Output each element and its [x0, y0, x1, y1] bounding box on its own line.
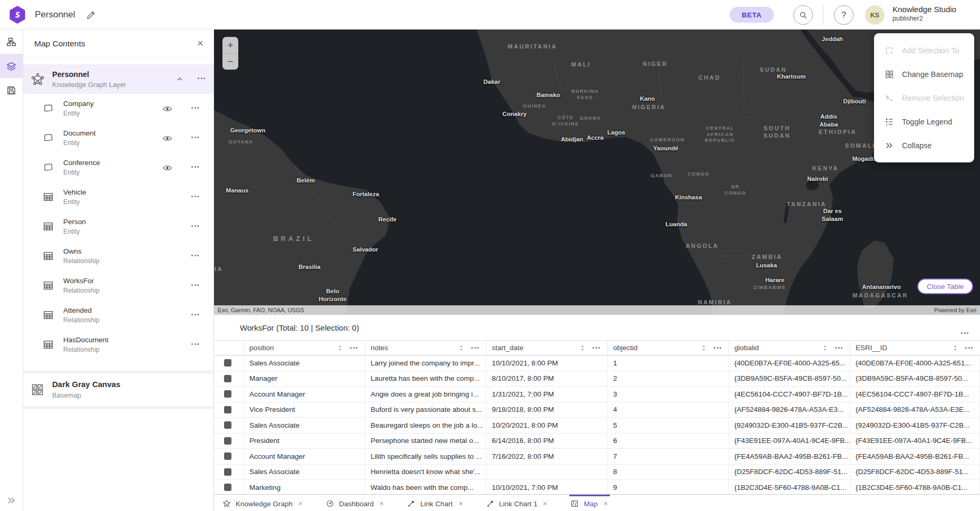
sort-icon[interactable] — [337, 344, 343, 352]
table-options[interactable] — [961, 332, 968, 334]
zoom-out-button[interactable]: − — [222, 53, 238, 70]
user-avatar[interactable]: KS — [865, 5, 885, 25]
column-menu[interactable] — [471, 347, 479, 349]
layer-item-conference[interactable]: ConferenceEntity — [23, 153, 214, 182]
close-tab-icon[interactable] — [542, 500, 548, 507]
tab-knowledge-graph[interactable]: Knowledge Graph — [221, 495, 305, 511]
rail-item-save[interactable] — [0, 78, 23, 102]
cell-position: Account Manager — [244, 387, 365, 402]
layer-options[interactable] — [191, 166, 199, 168]
layer-item-person[interactable]: PersonEntity — [23, 212, 214, 242]
help-button[interactable]: ? — [834, 5, 853, 25]
rail-item-layers[interactable] — [0, 54, 23, 78]
row-select-cell[interactable] — [214, 465, 244, 480]
zoom-in-button[interactable]: + — [222, 37, 238, 53]
tab-dashboard[interactable]: Dashboard — [325, 495, 386, 511]
row-select-cell[interactable] — [214, 449, 244, 464]
layer-group-options[interactable] — [198, 78, 205, 79]
cell-globalid: {4EC56104-CCC7-4907-BF7D-1B... — [729, 387, 850, 402]
layer-options[interactable] — [191, 343, 199, 345]
table-row[interactable]: MarketingWaldo has been with the comp...… — [214, 480, 980, 494]
layer-options[interactable] — [191, 107, 199, 109]
close-tab-icon[interactable] — [458, 500, 464, 507]
row-select-cell[interactable] — [214, 402, 244, 418]
table-row[interactable]: Account ManagerLilith specifically sells… — [214, 449, 980, 465]
tab-map[interactable]: Map — [569, 495, 609, 511]
row-checkbox[interactable] — [224, 452, 231, 460]
layer-options[interactable] — [191, 225, 199, 227]
row-select-cell[interactable] — [214, 480, 244, 494]
layer-group-personnel[interactable]: PersonnelKnowledge Graph Layer — [23, 64, 214, 94]
layer-name: Person — [63, 218, 86, 226]
tab-link-chart-1[interactable]: Link Chart 1 — [485, 495, 550, 511]
menu-item-collapse[interactable]: Collapse — [874, 133, 974, 157]
layer-item-company[interactable]: CompanyEntity — [23, 94, 214, 123]
table-row[interactable]: Sales AssociateHenrietta doesn't know wh… — [214, 465, 980, 480]
table-row[interactable]: Account ManagerAngie does a great job br… — [214, 387, 980, 402]
menu-item-change-basemap[interactable]: Change Basemap — [874, 62, 974, 86]
close-panel-icon[interactable] — [196, 39, 205, 47]
collapse-group-icon[interactable] — [176, 75, 184, 83]
tab-link-chart[interactable]: Link Chart — [406, 495, 465, 511]
table-row[interactable]: Vice PresidentBuford is very passionate … — [214, 402, 980, 418]
map-view[interactable]: JeddahMAURITANIAMALINIGERSUDANKhartoumCH… — [214, 30, 980, 315]
rail-item-hierarchy[interactable] — [0, 30, 23, 54]
layer-item-hasdocument[interactable]: HasDocumentRelationship — [23, 330, 214, 360]
row-checkbox[interactable] — [224, 484, 231, 491]
cell-position: Sales Associate — [244, 465, 365, 480]
row-select-cell[interactable] — [214, 387, 244, 402]
row-checkbox[interactable] — [224, 375, 231, 382]
sort-icon[interactable] — [822, 344, 828, 352]
table-row[interactable]: Sales AssociateBeauregard sleeps on the … — [214, 418, 980, 433]
expand-rail-icon[interactable] — [6, 495, 17, 506]
close-tab-icon[interactable] — [297, 500, 304, 507]
basemap-item[interactable]: Dark Gray CanvasBasemap — [23, 373, 214, 406]
close-table-button[interactable]: Close Table — [917, 278, 973, 294]
row-checkbox[interactable] — [224, 390, 231, 398]
layer-item-vehicle[interactable]: VehicleEntity — [23, 182, 214, 212]
cell-esri_id: {40DE0B7A-EF0E-4000-A325-651... — [850, 355, 980, 371]
column-menu[interactable] — [593, 347, 600, 349]
search-button[interactable] — [793, 5, 813, 25]
close-tab-icon[interactable] — [379, 500, 385, 507]
row-checkbox[interactable] — [224, 421, 231, 429]
layer-options[interactable] — [191, 196, 199, 197]
visibility-icon[interactable] — [162, 163, 172, 173]
sort-icon[interactable] — [580, 344, 585, 352]
close-tab-icon[interactable] — [603, 500, 609, 507]
layer-item-document[interactable]: DocumentEntity — [23, 123, 214, 153]
column-menu[interactable] — [350, 347, 357, 349]
layer-item-attended[interactable]: AttendedRelationship — [23, 301, 214, 330]
layer-options[interactable] — [191, 255, 199, 256]
edit-title-icon[interactable] — [86, 10, 96, 20]
row-checkbox[interactable] — [224, 359, 231, 367]
sort-icon[interactable] — [701, 344, 706, 352]
row-checkbox[interactable] — [224, 468, 231, 476]
visibility-icon[interactable] — [162, 133, 172, 143]
sort-icon[interactable] — [953, 344, 958, 352]
visibility-icon[interactable] — [162, 104, 172, 114]
table-row[interactable]: PresidentPersephone started new metal o.… — [214, 433, 980, 449]
table-row[interactable]: Sales AssociateLarry joined the company … — [214, 355, 980, 371]
menu-item-toggle-legend[interactable]: Toggle Legend — [874, 110, 974, 133]
polygon-entity-icon — [42, 102, 54, 114]
sort-icon[interactable] — [459, 344, 464, 352]
row-checkbox[interactable] — [224, 437, 231, 445]
row-checkbox[interactable] — [224, 406, 231, 413]
row-select-cell[interactable] — [214, 355, 244, 371]
layer-item-owns[interactable]: OwnsRelationship — [23, 242, 214, 271]
column-menu[interactable] — [965, 347, 973, 349]
row-select-cell[interactable] — [214, 433, 244, 449]
layer-options[interactable] — [191, 137, 199, 138]
layer-item-worksfor[interactable]: WorksForRelationship — [23, 271, 214, 301]
row-select-cell[interactable] — [214, 371, 244, 387]
column-menu[interactable] — [714, 347, 721, 349]
row-select-cell[interactable] — [214, 418, 244, 433]
column-label: position — [249, 344, 337, 352]
app-logo-icon[interactable] — [8, 6, 26, 24]
layer-options[interactable] — [191, 284, 199, 286]
table-layer-icon — [42, 339, 54, 351]
column-menu[interactable] — [835, 347, 842, 349]
table-row[interactable]: ManagerLauretta has been with the comp..… — [214, 371, 980, 387]
layer-options[interactable] — [191, 314, 199, 315]
